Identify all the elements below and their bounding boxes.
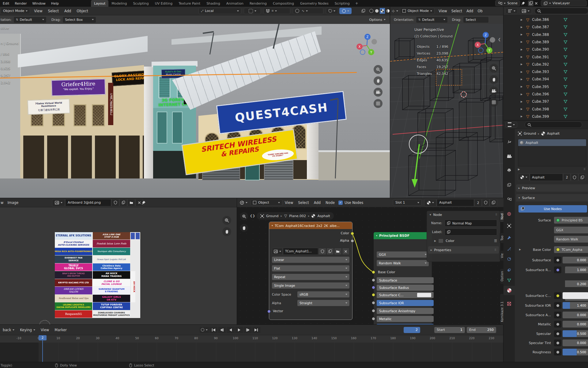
new-scene-button[interactable] [528, 1, 533, 6]
viewport-menu-object[interactable]: Object [74, 7, 91, 15]
timeline-ruler[interactable]: -100102030405060708090100110120130140150… [0, 335, 503, 343]
region-collapse-arrow[interactable]: ❮ [498, 37, 501, 41]
scene-selector[interactable]: Scene [495, 0, 520, 6]
shader-menu-select[interactable]: Select [296, 199, 311, 207]
property-slider[interactable]: 0.000 [563, 321, 588, 328]
editor-type-dropdown[interactable] [239, 200, 247, 205]
fake-user-button[interactable] [111, 199, 119, 206]
options-dropdown[interactable]: Options [369, 18, 386, 22]
tab-physics[interactable] [503, 254, 515, 263]
socket-chip[interactable] [554, 339, 561, 346]
socket-chip[interactable] [554, 349, 561, 355]
shading-material-button[interactable] [380, 8, 385, 14]
users-count-button[interactable]: 2 [474, 199, 482, 206]
pan-button[interactable] [240, 224, 248, 232]
socket-chip[interactable] [554, 257, 561, 263]
drag-dropdown[interactable]: Select Box [62, 17, 96, 23]
material-slot-row[interactable]: Asphalt [518, 139, 586, 146]
bsdf-row-subsurface-c-[interactable]: Subsurface C... [377, 292, 434, 298]
color-swatch[interactable] [438, 239, 443, 243]
mode-dropdown[interactable]: Object Mode [1, 8, 30, 14]
open-image-button[interactable] [127, 199, 135, 206]
new-image-button[interactable] [119, 199, 127, 206]
tab-tool[interactable] [503, 137, 515, 146]
material-slot-list[interactable]: Asphalt [518, 139, 586, 167]
sidebar-tab-option[interactable]: Option [500, 268, 503, 284]
outliner-row[interactable]: ▶▽Cube.387 [503, 23, 588, 31]
workspace-tab-sculpting[interactable]: Sculpting [130, 0, 152, 7]
sidebar-tab-vie[interactable]: Vie [500, 251, 503, 261]
fake-user-button[interactable] [482, 199, 489, 206]
outliner-row[interactable]: ▶▽Cube.392 [503, 61, 588, 68]
workspace-tab-modeling[interactable]: Modeling [108, 0, 130, 7]
object-visibility-dropdown[interactable] [326, 8, 338, 14]
workspace-tab-scripting[interactable]: Scripting [332, 0, 353, 7]
workspace-tab-texture-paint[interactable]: Texture Paint [175, 0, 203, 7]
workspace-tab-animation[interactable]: Animation [223, 0, 247, 7]
color-swatch[interactable] [563, 292, 588, 299]
editor-type-dropdown[interactable] [505, 122, 517, 128]
socket-chip[interactable] [554, 321, 561, 328]
outliner-row[interactable]: ▶▽Cube.397 [503, 98, 588, 105]
current-frame-field[interactable]: 2 [404, 327, 420, 333]
outliner-row[interactable]: ▶▽Cube.394 [503, 75, 588, 83]
bsdf-row-ggx[interactable]: GGX [377, 251, 429, 258]
fake-user-button[interactable] [318, 248, 326, 255]
property-slider[interactable]: 1.400 [563, 302, 588, 309]
image-browse-dropdown[interactable] [52, 199, 65, 206]
material-name-field[interactable]: Asphalt [437, 199, 474, 206]
topbar-menu-window[interactable]: Window [29, 0, 48, 7]
drag-dropdown[interactable]: Select [463, 17, 489, 23]
topbar-menu-help[interactable]: Help [48, 0, 62, 7]
workspace-tab-compositing[interactable]: Compositing [270, 0, 297, 7]
shading-solid-button[interactable] [374, 8, 379, 14]
shader-type-dropdown[interactable]: Object [251, 199, 282, 206]
orthographic-toggle-button[interactable] [489, 98, 498, 107]
material-browse-dropdown[interactable] [424, 199, 436, 206]
viewport-menu-ob[interactable]: Ob [475, 7, 484, 15]
tab-object[interactable] [503, 221, 515, 230]
expand-arrow-icon[interactable]: ▶ [434, 240, 436, 242]
breadcrumb-object[interactable]: Ground [524, 132, 536, 136]
pivot-point-dropdown[interactable] [244, 8, 261, 14]
color-space-dropdown[interactable]: sRGB [297, 291, 349, 297]
view-menu-clipped[interactable]: w [0, 199, 5, 207]
resize-arrows[interactable]: ❮❯ [250, 214, 255, 217]
node-menu-flat[interactable]: Flat [272, 265, 349, 271]
workspace-tab-uv-editing[interactable]: UV Editing [152, 0, 175, 7]
outliner-row[interactable]: ▶▽Cube.389 [503, 38, 588, 46]
timeline-track-area[interactable] [0, 343, 503, 362]
viewlayer-selector[interactable]: ViewLayer [541, 0, 587, 6]
socket-color[interactable] [351, 232, 354, 235]
socket-bsdf-row-subsurface[interactable] [372, 278, 375, 282]
node-panel-header[interactable]: ▾Node⠿ [427, 211, 500, 218]
pin-scene-button[interactable] [521, 1, 527, 5]
node-menu-linear[interactable]: Linear [272, 257, 349, 263]
zoom-button[interactable] [489, 64, 498, 73]
socket-chip[interactable] [554, 266, 561, 273]
auto-key-button[interactable] [200, 327, 209, 333]
timeline-menu-marker[interactable]: Marker [52, 325, 70, 335]
display-mode-dropdown[interactable] [519, 8, 532, 14]
outliner-row[interactable]: ▶▽Cube.391 [503, 53, 588, 61]
breadcrumb-material[interactable]: Asphalt [317, 214, 330, 218]
socket-chip[interactable] [554, 330, 561, 337]
timeline-menu-back[interactable]: back [0, 325, 17, 335]
topbar-menu-render[interactable]: Render [12, 0, 29, 7]
start-frame-field[interactable]: Start1 [434, 327, 465, 333]
jump-prev-keyframe-button[interactable] [218, 327, 226, 333]
tab-texture[interactable] [503, 299, 515, 308]
outliner-search-input[interactable] [534, 8, 588, 14]
outliner-row[interactable]: ▶▽Cube.395 [503, 83, 588, 90]
breadcrumb-mesh[interactable]: Plane.002 [289, 214, 306, 218]
bsdf-row-subsurface-anisotropy[interactable]: Subsurface Anisotropy [377, 308, 434, 314]
outliner-row[interactable]: ▶▽Cube.390 [503, 46, 588, 53]
property-vector-field[interactable]: 0.200 [565, 280, 588, 287]
property-menu[interactable]: GGX [554, 227, 588, 233]
outliner-row[interactable]: ▶▽Cube.388 [503, 31, 588, 38]
surface-panel-header[interactable]: ▾Surface [516, 194, 588, 201]
property-menu[interactable]: TCom_Aspha [554, 246, 588, 253]
timeline-menu-view[interactable]: View [38, 325, 52, 335]
image-texture-node[interactable]: ▾TCom_Asphalt16Cracked_2x2_2K_albe...Col… [269, 222, 352, 320]
principled-bsdf-node[interactable]: ▾Principled BSDFGGXRandom WalkBase Color… [373, 232, 432, 325]
